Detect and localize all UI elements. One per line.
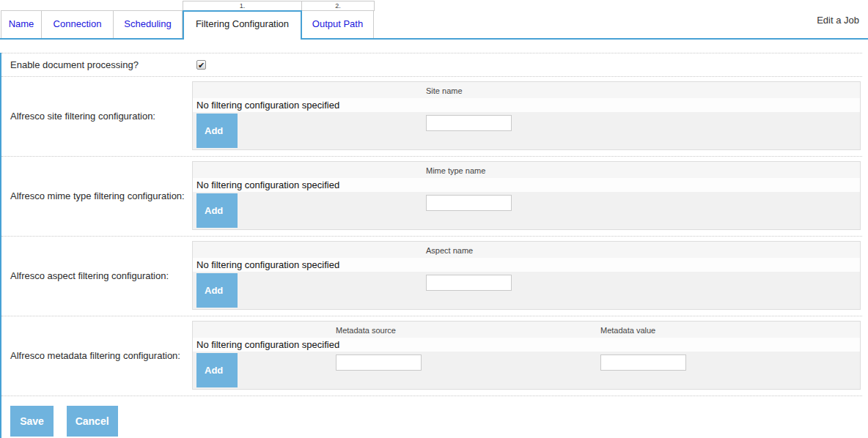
mime-type-filtering-panel: Mime type name No filtering configuratio…: [192, 161, 861, 230]
enable-processing-checkbox[interactable]: ✔: [196, 60, 206, 70]
site-filtering-label: Alfresco site filtering configuration:: [1, 111, 192, 122]
mime-type-add-row: Add: [193, 192, 860, 229]
column-header-metadata-value: Metadata value: [600, 326, 655, 335]
cancel-button[interactable]: Cancel: [67, 406, 118, 437]
metadata-value-input[interactable]: [600, 355, 686, 371]
site-add-row: Add: [193, 112, 860, 149]
aspect-filtering-label: Alfresco aspect filtering configuration:: [1, 270, 192, 281]
tab-connection[interactable]: Connection: [42, 10, 114, 38]
aspect-filtering-panel: Aspect name No filtering configuration s…: [192, 241, 861, 310]
metadata-source-input[interactable]: [336, 355, 422, 371]
form-row-aspect-filtering: Alfresco aspect filtering configuration:…: [1, 237, 862, 316]
form-row-site-filtering: Alfresco site filtering configuration: S…: [1, 77, 862, 157]
form-actions: Save Cancel: [1, 396, 862, 437]
aspect-table-header: Aspect name: [193, 242, 860, 258]
site-filtering-panel: Site name No filtering configuration spe…: [192, 81, 861, 150]
column-header-site-name: Site name: [426, 86, 463, 95]
mime-type-table-header: Mime type name: [193, 162, 860, 178]
column-header-metadata-source: Metadata source: [336, 326, 396, 335]
metadata-empty-message: No filtering configuration specified: [193, 338, 860, 352]
aspect-name-input[interactable]: [426, 275, 512, 291]
site-table-header: Site name: [193, 82, 860, 98]
mime-type-filtering-label: Alfresco mime type filtering configurati…: [1, 190, 192, 201]
save-button[interactable]: Save: [10, 406, 54, 437]
add-aspect-filter-button[interactable]: Add: [196, 273, 238, 308]
tab-name[interactable]: Name: [1, 10, 42, 38]
form-row-metadata-filtering: Alfresco metadata filtering configuratio…: [1, 316, 862, 396]
tab-scheduling[interactable]: Scheduling: [114, 10, 183, 38]
step-indicator-1: 1.: [183, 1, 302, 11]
tab-filtering-configuration[interactable]: Filtering Configuration: [183, 10, 302, 40]
metadata-filtering-panel: Metadata source Metadata value No filter…: [192, 321, 861, 390]
page-title: Edit a Job: [817, 15, 859, 26]
aspect-empty-message: No filtering configuration specified: [193, 258, 860, 272]
filtering-configuration-form: Enable document processing? ✔ Alfresco s…: [0, 53, 868, 438]
add-mime-type-filter-button[interactable]: Add: [196, 193, 238, 228]
metadata-add-row: Add: [193, 352, 860, 389]
step-indicator-2: 2.: [301, 1, 375, 11]
mime-type-empty-message: No filtering configuration specified: [193, 178, 860, 192]
add-site-filter-button[interactable]: Add: [196, 114, 238, 148]
mime-type-name-input[interactable]: [426, 195, 512, 211]
site-name-input[interactable]: [426, 115, 512, 131]
enable-processing-label: Enable document processing?: [1, 59, 192, 70]
aspect-add-row: Add: [193, 272, 860, 309]
tab-output-path[interactable]: Output Path: [302, 10, 374, 38]
site-empty-message: No filtering configuration specified: [193, 98, 860, 112]
tab-strip: 1. 2. Name Connection Scheduling Filteri…: [0, 0, 868, 40]
form-row-enable-processing: Enable document processing? ✔: [1, 53, 862, 77]
add-metadata-filter-button[interactable]: Add: [196, 353, 238, 387]
form-row-mime-type-filtering: Alfresco mime type filtering configurati…: [1, 157, 862, 237]
tab-bar: Name Connection Scheduling Filtering Con…: [1, 10, 374, 40]
metadata-table-header: Metadata source Metadata value: [193, 322, 860, 338]
column-header-aspect-name: Aspect name: [426, 246, 473, 255]
metadata-filtering-label: Alfresco metadata filtering configuratio…: [1, 350, 192, 361]
column-header-mime-type-name: Mime type name: [426, 166, 485, 175]
